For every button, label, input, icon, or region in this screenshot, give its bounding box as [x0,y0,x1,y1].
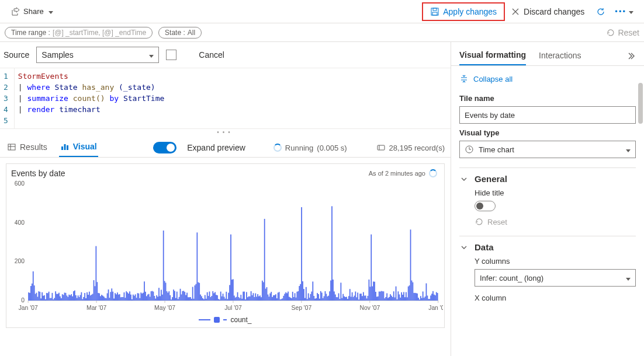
svg-rect-133 [147,295,148,301]
svg-rect-261 [291,298,292,301]
svg-rect-218 [243,292,244,301]
svg-rect-308 [344,296,345,301]
svg-rect-362 [404,297,406,301]
svg-rect-241 [268,296,269,301]
visualtype-select[interactable]: Time chart [459,141,636,158]
svg-rect-247 [275,294,276,301]
filter-timerange[interactable]: Time range : [@] _startTime, [@] _endTim… [5,27,153,39]
svg-rect-119 [131,299,133,301]
svg-rect-38 [40,298,41,301]
svg-rect-211 [235,298,236,301]
filter-state[interactable]: State : All [158,27,202,39]
svg-rect-344 [384,298,385,301]
svg-rect-389 [435,295,436,301]
discard-changes-button[interactable]: Discard changes [505,4,590,20]
svg-rect-91 [100,296,101,301]
resize-handle[interactable]: ••• [0,129,451,136]
ycols-select[interactable]: Infer: count_ (long) [475,269,636,287]
svg-rect-367 [410,229,411,301]
section-general[interactable]: General [459,174,636,184]
svg-rect-209 [233,279,234,301]
query-editor[interactable]: 12345 StormEvents | where State has_any … [0,68,451,129]
svg-rect-233 [259,295,261,301]
tab-visual[interactable]: Visual [59,138,98,157]
svg-rect-88 [96,282,98,301]
svg-rect-337 [376,296,378,301]
chevron-down-icon [459,174,469,184]
svg-rect-55 [60,296,61,301]
source-select[interactable]: Samples [36,47,159,63]
svg-rect-141 [156,295,157,301]
svg-rect-300 [335,295,336,301]
svg-rect-160 [178,299,179,301]
cancel-button[interactable]: Cancel [199,50,224,60]
svg-rect-291 [325,291,326,301]
svg-rect-386 [431,294,432,301]
time-chart[interactable]: 0200400600 Jan '07Mar '07May '07Jul '07S… [8,180,443,315]
svg-rect-299 [334,291,335,301]
svg-rect-232 [258,296,259,301]
refresh-button[interactable] [590,4,611,20]
svg-rect-170 [189,297,190,301]
expand-preview-toggle[interactable] [153,142,176,153]
chevron-down-icon [148,50,154,60]
svg-rect-77 [84,293,85,301]
source-checkbox[interactable] [166,50,176,60]
svg-rect-64 [70,295,71,301]
chevron-double-right-icon [626,51,636,61]
svg-rect-270 [301,207,302,301]
svg-rect-46 [50,298,51,301]
source-value: Samples [41,50,73,60]
general-reset[interactable]: Reset [475,217,636,226]
svg-rect-185 [206,299,207,301]
tab-results[interactable]: Results [6,139,49,156]
hidetitle-toggle[interactable] [475,201,496,211]
svg-rect-161 [179,297,180,301]
svg-rect-118 [130,295,131,301]
svg-rect-312 [348,296,349,301]
svg-text:Jan '07: Jan '07 [19,305,38,311]
svg-rect-81 [89,292,90,301]
svg-rect-234 [261,297,262,301]
share-button[interactable]: Share [7,5,57,19]
svg-rect-352 [393,291,394,301]
collapse-all-button[interactable]: Collapse all [459,72,636,89]
scrollbar[interactable] [638,83,643,124]
svg-rect-298 [333,280,334,301]
svg-rect-90 [99,293,100,301]
svg-rect-340 [380,292,381,301]
tab-interactions[interactable]: Interactions [539,48,581,65]
section-label: Data [475,242,494,252]
svg-rect-276 [308,294,309,301]
svg-rect-3 [8,144,15,150]
svg-rect-264 [295,293,296,301]
svg-rect-331 [369,287,371,301]
apply-changes-button[interactable]: Apply changes [424,4,503,20]
svg-rect-322 [359,294,361,301]
tab-visual-formatting[interactable]: Visual formatting [459,48,526,65]
status-running: Running [285,144,313,152]
svg-rect-199 [221,296,223,301]
more-button[interactable]: ••• [611,5,637,18]
reset-filters-button[interactable]: Reset [606,28,639,37]
svg-rect-366 [409,285,410,301]
svg-rect-94 [103,296,105,301]
svg-rect-380 [425,296,426,301]
svg-rect-311 [347,299,348,301]
svg-rect-351 [392,297,393,301]
svg-rect-116 [128,294,129,301]
svg-rect-144 [160,296,161,301]
svg-rect-387 [432,291,434,301]
svg-rect-179 [199,283,200,301]
collapse-panel-button[interactable] [626,51,636,62]
svg-rect-173 [192,287,193,301]
query-code: StormEvents | where State has_any (_stat… [15,68,451,128]
svg-rect-250 [279,292,280,301]
section-data[interactable]: Data [459,242,636,252]
svg-rect-325 [363,292,364,301]
svg-rect-239 [266,287,268,301]
tilename-input[interactable]: Events by date [459,106,636,124]
svg-rect-260 [290,298,291,301]
svg-rect-70 [77,298,78,301]
svg-rect-371 [414,293,416,301]
